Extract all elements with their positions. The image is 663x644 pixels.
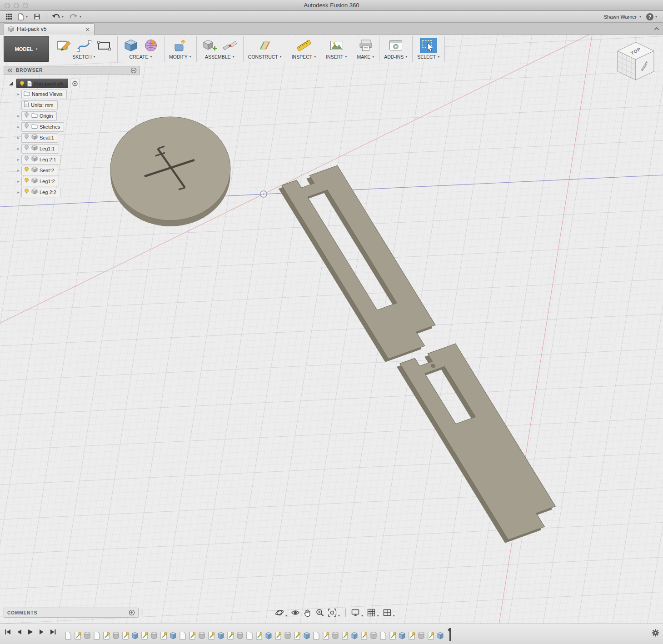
browser-item-sketches[interactable]: ▸Sketches <box>4 121 140 132</box>
timeline-feature-hole[interactable] <box>198 631 205 640</box>
measure-button[interactable] <box>295 38 313 53</box>
browser-root-row[interactable]: Flat-pack v5 <box>4 78 140 89</box>
timeline-feature-doc[interactable] <box>379 631 387 640</box>
timeline-feature-sketch[interactable] <box>294 631 301 640</box>
comments-bar[interactable]: COMMENTS <box>4 608 139 618</box>
step-forward-button[interactable] <box>39 629 45 635</box>
ribbon-dropdown-assemble[interactable]: ASSEMBLE▼ <box>205 54 235 60</box>
browser-item-seat-2[interactable]: ▸Seat:2 <box>4 165 140 176</box>
ribbon-dropdown-construct[interactable]: CONSTRUCT▼ <box>248 54 282 60</box>
workspace-selector[interactable]: MODEL ▼ <box>4 36 49 62</box>
timeline-feature-doc[interactable] <box>179 631 186 640</box>
timeline-feature-sketch[interactable] <box>341 631 349 640</box>
browser-minimize-button[interactable] <box>130 67 137 74</box>
timeline-feature-sketch[interactable] <box>160 631 167 640</box>
activate-component-radio[interactable] <box>70 79 80 88</box>
app-grid-button[interactable] <box>5 12 13 21</box>
visibility-bulb-icon[interactable] <box>24 177 30 185</box>
visibility-bulb-icon[interactable] <box>24 123 30 131</box>
close-window-button[interactable] <box>5 3 10 8</box>
timeline-feature-sketch[interactable] <box>360 631 368 640</box>
step-back-button[interactable] <box>16 629 22 635</box>
collapse-toolbar-button[interactable] <box>654 27 659 30</box>
timeline-feature-sketch[interactable] <box>389 631 396 640</box>
timeline-feature-extrude[interactable] <box>303 631 310 640</box>
timeline-feature-doc[interactable] <box>93 631 100 640</box>
ribbon-dropdown-sketch[interactable]: SKETCH▼ <box>72 54 96 60</box>
expand-arrow-icon[interactable] <box>9 81 13 85</box>
timeline-feature-sketch[interactable] <box>141 631 148 640</box>
timeline-feature-sketch[interactable] <box>274 631 282 640</box>
ribbon-dropdown-create[interactable]: CREATE▼ <box>130 54 153 60</box>
ribbon-dropdown-select[interactable]: SELECT▼ <box>417 54 440 60</box>
minimize-window-button[interactable] <box>14 3 19 8</box>
spline-button[interactable] <box>75 38 93 53</box>
user-menu[interactable]: Shawn Warner▼ <box>604 14 642 20</box>
expand-arrow-icon[interactable]: ▸ <box>15 168 21 173</box>
ribbon-dropdown-modify[interactable]: MODIFY▼ <box>169 54 192 60</box>
timeline-feature-hole[interactable] <box>84 631 91 640</box>
timeline-feature-extrude[interactable] <box>351 631 358 640</box>
orbit-button[interactable]: ▼ <box>274 607 289 618</box>
expand-arrow-icon[interactable]: ▸ <box>15 92 21 96</box>
zoom-window-button[interactable] <box>23 3 28 8</box>
timeline-feature-hole[interactable] <box>370 631 377 640</box>
browser-item-seat-1[interactable]: ▸Seat:1 <box>4 132 140 143</box>
timeline-feature-extrude[interactable] <box>437 631 444 640</box>
ribbon-dropdown-make[interactable]: MAKE▼ <box>357 54 374 60</box>
visibility-bulb-icon[interactable] <box>24 155 30 164</box>
expand-arrow-icon[interactable]: ▸ <box>15 125 21 129</box>
expand-arrow-icon[interactable]: ▸ <box>15 146 21 151</box>
timeline-feature-sketch[interactable] <box>122 631 129 640</box>
timeline-feature-sketch[interactable] <box>427 631 434 640</box>
create-sketch-button[interactable] <box>55 38 73 53</box>
timeline-feature-sketch[interactable] <box>74 631 81 640</box>
new-component-button[interactable] <box>201 38 219 53</box>
expand-arrow-icon[interactable]: ▸ <box>15 190 21 195</box>
visibility-bulb-icon[interactable] <box>24 145 30 153</box>
skip-start-button[interactable] <box>5 629 11 635</box>
visibility-bulb-icon[interactable] <box>24 134 30 142</box>
canvas-button[interactable] <box>328 38 345 53</box>
help-menu[interactable]: ?▼ <box>645 12 658 21</box>
viewports-button[interactable]: ▼ <box>382 607 396 618</box>
grid-button[interactable]: ▼ <box>366 607 380 618</box>
timeline-feature-extrude[interactable] <box>131 631 139 640</box>
browser-item-leg-2-2[interactable]: ▸Leg 2:2 <box>4 187 140 198</box>
timeline-feature-doc[interactable] <box>65 631 72 640</box>
ribbon-dropdown-insert[interactable]: INSERT▼ <box>326 54 347 60</box>
timeline-feature-sketch[interactable] <box>408 631 415 640</box>
undo-button[interactable]: ▼ <box>51 12 65 21</box>
browser-item-leg-2-1[interactable]: ▸Leg 2:1 <box>4 154 140 165</box>
timeline-feature-hole[interactable] <box>236 631 244 640</box>
timeline-feature-hole[interactable] <box>112 631 120 640</box>
ribbon-dropdown-add-ins[interactable]: ADD-INS▼ <box>384 54 408 60</box>
timeline-settings-button[interactable] <box>652 629 659 637</box>
visibility-bulb-icon[interactable] <box>24 166 30 175</box>
timeline-feature-hole[interactable] <box>332 631 339 640</box>
plane-button[interactable] <box>256 38 274 53</box>
timeline-feature-hole[interactable] <box>284 631 291 640</box>
timeline-feature-doc[interactable] <box>246 631 253 640</box>
form-button[interactable] <box>142 38 160 53</box>
file-menu-button[interactable]: ▼ <box>17 12 29 21</box>
visibility-bulb-icon[interactable] <box>24 188 30 196</box>
close-tab-button[interactable]: × <box>85 26 90 33</box>
timeline-feature-extrude[interactable] <box>169 631 177 640</box>
addins-button[interactable] <box>387 38 404 53</box>
browser-item-origin[interactable]: ▸Origin <box>4 110 140 121</box>
make-button[interactable] <box>357 38 374 53</box>
save-button[interactable] <box>33 12 41 21</box>
box-button[interactable] <box>122 38 140 53</box>
visibility-bulb-icon[interactable] <box>24 112 30 120</box>
redo-button[interactable]: ▼ <box>69 12 83 21</box>
browser-item-named-views[interactable]: ▸Named Views <box>4 89 140 100</box>
timeline-feature-sketch[interactable] <box>189 631 196 640</box>
rectangle-button[interactable] <box>95 38 113 53</box>
browser-item-leg1-1[interactable]: ▸Leg1:1 <box>4 143 140 154</box>
fit-button[interactable]: ▼ <box>327 607 341 618</box>
expand-arrow-icon[interactable]: ▸ <box>15 114 21 118</box>
zoom-button[interactable] <box>314 607 325 618</box>
expand-arrow-icon[interactable]: ▸ <box>15 157 21 162</box>
play-button[interactable] <box>27 629 34 635</box>
